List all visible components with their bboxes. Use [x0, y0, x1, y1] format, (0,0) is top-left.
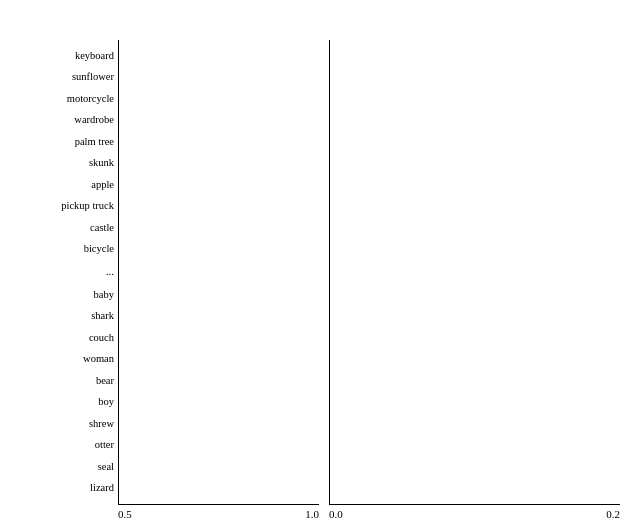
ece-x-tick-1: 0.2 — [606, 508, 620, 520]
label-keyboard: keyboard — [29, 51, 119, 62]
label-bear: bear — [29, 376, 119, 387]
ece-x-tick-0: 0.0 — [329, 508, 343, 520]
acc-x-tick-0: 0.5 — [118, 508, 132, 520]
label-skunk: skunk — [29, 158, 119, 169]
chart-container: keyboard sunflower motorcycle wardrobe p… — [10, 10, 630, 520]
acc-x-tick-1: 1.0 — [305, 508, 319, 520]
label-pickup-truck: pickup truck — [29, 201, 119, 212]
label-woman: woman — [29, 354, 119, 365]
ece-title — [329, 10, 630, 40]
accuracy-title — [28, 10, 329, 40]
label-lizard: lizard — [29, 483, 119, 494]
label-castle: castle — [29, 223, 119, 234]
label-otter: otter — [29, 440, 119, 451]
label-shark: shark — [29, 311, 119, 322]
ece-plot — [330, 40, 620, 504]
label-apple: apple — [29, 180, 119, 191]
label-palm-tree: palm tree — [29, 137, 119, 148]
y-axis-label — [10, 40, 28, 520]
label-seal: seal — [29, 462, 119, 473]
accuracy-plot — [119, 40, 319, 504]
label-motorcycle: motorcycle — [29, 94, 119, 105]
plots-area: keyboard sunflower motorcycle wardrobe p… — [28, 10, 630, 520]
label-sunflower: sunflower — [29, 72, 119, 83]
plot-titles — [28, 10, 630, 40]
plots-main: keyboard sunflower motorcycle wardrobe p… — [28, 40, 630, 520]
accuracy-panel: keyboard sunflower motorcycle wardrobe p… — [28, 40, 329, 520]
label-baby: baby — [29, 290, 119, 301]
label-boy: boy — [29, 397, 119, 408]
label-wardrobe: wardrobe — [29, 115, 119, 126]
label-shrew: shrew — [29, 419, 119, 430]
label-couch: couch — [29, 333, 119, 344]
ece-panel: 0.0 0.2 — [329, 40, 630, 520]
label-bicycle: bicycle — [29, 244, 119, 255]
